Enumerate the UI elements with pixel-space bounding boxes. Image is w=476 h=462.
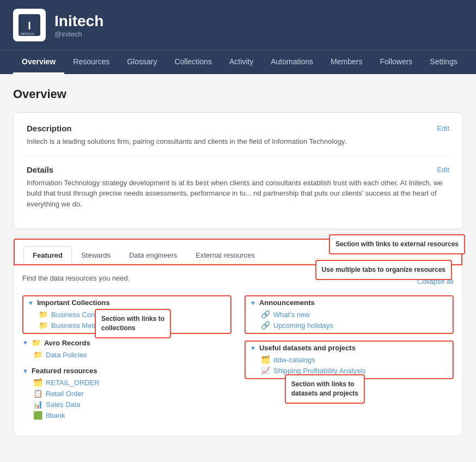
nav-collections[interactable]: Collections [166, 51, 220, 74]
description-text: Initech is a leading solutions firm, pai… [27, 136, 449, 147]
useful-datasets-header[interactable]: ▼ Useful datasets and projects [250, 344, 448, 352]
dataset-icon: 🟩 [33, 411, 42, 420]
list-item[interactable]: 🟩 8bank [33, 410, 231, 421]
callout-tabs: Use multiple tabs to organize resources [315, 260, 452, 280]
item-label: Upcoming holidays [273, 321, 333, 330]
right-column: ▼ Announcements 🔗 What's new 🔗 [245, 295, 454, 427]
item-label: Retail Order [46, 390, 84, 398]
chevron-down-icon: ▼ [250, 300, 256, 306]
announcements-items: 🔗 What's new 🔗 Upcoming holidays [250, 309, 448, 331]
item-label: ddw-catalogs [273, 356, 315, 364]
section-title-datasets: Useful datasets and projects [259, 344, 356, 352]
svg-text:INITECH: INITECH [21, 32, 34, 35]
initech-logo-svg: I INITECH [16, 12, 42, 38]
folder-icon: 📁 [39, 310, 48, 319]
details-section: Details Edit Information Technology stra… [27, 165, 449, 210]
card-divider [27, 156, 449, 156]
avro-records-header[interactable]: ▼ 📁 Avro Records [22, 338, 231, 347]
nav-automations[interactable]: Automations [262, 51, 322, 74]
featured-resource-items: 🗂️ RETAIL_ORDER 📋 Retail Order 📊 Sales [22, 377, 231, 421]
important-collections-header[interactable]: ▼ Important Collections [28, 299, 226, 307]
nav-members[interactable]: Members [322, 51, 371, 74]
chart-icon: 📊 [33, 400, 42, 409]
nav-settings[interactable]: Settings [421, 51, 466, 74]
link-icon: 🔗 [261, 321, 270, 330]
callout-collections: Section with links tocollections [95, 309, 171, 338]
section-title-important: Important Collections [37, 299, 110, 307]
avro-records-section: ▼ 📁 Avro Records 📁 Data Policies [22, 338, 231, 360]
chevron-down-icon: ▼ [250, 345, 256, 351]
details-edit[interactable]: Edit [437, 166, 449, 174]
tab-data-engineers[interactable]: Data engineers [120, 246, 186, 264]
section-title-announcements: Announcements [259, 299, 315, 307]
list-item[interactable]: 🗂️ ddw-catalogs [261, 354, 448, 365]
nav-followers[interactable]: Followers [371, 51, 421, 74]
details-text: Information Technology strategy developm… [27, 178, 449, 210]
nav-resources[interactable]: Resources [64, 51, 118, 74]
org-logo: I INITECH [13, 9, 46, 41]
table-icon: 🗂️ [33, 378, 42, 387]
list-item[interactable]: 🗂️ RETAIL_ORDER [33, 377, 231, 388]
folder-icon: 📁 [32, 338, 41, 347]
main-content: Overview Description Edit Initech is a l… [0, 74, 476, 458]
datasets-items: 🗂️ ddw-catalogs 📈 Shipping Profitability… [250, 354, 448, 376]
callout-datasets: Section with links todatasets and projec… [285, 374, 365, 404]
link-icon: 🔗 [261, 310, 270, 319]
page-title: Overview [13, 87, 463, 101]
featured-resources-header[interactable]: ▼ Featured resources [22, 367, 231, 375]
chart-icon: 📈 [261, 366, 270, 375]
nav-activity[interactable]: Activity [221, 51, 262, 74]
list-item[interactable]: 📁 Data Policies [33, 349, 231, 360]
item-label: Data Policies [46, 351, 87, 359]
table-icon: 📋 [33, 389, 42, 398]
description-title: Description [27, 124, 72, 133]
item-label: 8bank [46, 411, 65, 420]
details-title: Details [27, 165, 53, 174]
resources-columns: ▼ Important Collections 📁 Business Conce… [22, 295, 454, 427]
catalog-icon: 🗂️ [261, 355, 270, 364]
nav-overview[interactable]: Overview [13, 51, 64, 74]
callout-external-resources: Section with links to external resources [329, 234, 465, 254]
useful-datasets-section: ▼ Useful datasets and projects 🗂️ ddw-ca… [245, 341, 454, 379]
list-item[interactable]: 📊 Sales Data [33, 399, 231, 410]
details-header: Details Edit [27, 165, 449, 174]
section-title-featured: Featured resources [32, 367, 97, 375]
avro-items: 📁 Data Policies [22, 349, 231, 360]
chevron-down-icon: ▼ [22, 339, 28, 346]
folder-icon: 📁 [33, 350, 42, 359]
chevron-down-icon: ▼ [28, 300, 34, 306]
folder-icon: 📁 [39, 321, 48, 330]
tab-stewards[interactable]: Stewards [72, 246, 120, 264]
description-section: Description Edit Initech is a leading so… [27, 124, 449, 147]
section-title-avro: Avro Records [44, 339, 90, 347]
item-label: RETAIL_ORDER [46, 379, 100, 387]
overview-card: Description Edit Initech is a leading so… [13, 112, 463, 229]
list-item[interactable]: 🔗 What's new [261, 309, 448, 320]
tabs-card-wrapper: Featured Stewards Data engineers Externa… [13, 238, 463, 436]
org-handle: @initech [54, 30, 103, 38]
description-edit[interactable]: Edit [437, 124, 449, 132]
item-label: Sales Data [46, 400, 81, 409]
list-item[interactable]: 📋 Retail Order [33, 388, 231, 399]
nav-glossary[interactable]: Glossary [118, 51, 166, 74]
nav-bar: Overview Resources Glossary Collections … [0, 50, 476, 74]
item-label: Shipping Profitability Analysis [273, 367, 365, 375]
announcements-section: ▼ Announcements 🔗 What's new 🔗 [245, 295, 454, 334]
item-label: What's new [273, 311, 310, 319]
featured-resources-section: ▼ Featured resources 🗂️ RETAIL_ORDER 📋 [22, 367, 231, 421]
list-item[interactable]: 🔗 Upcoming holidays [261, 320, 448, 331]
announcements-header[interactable]: ▼ Announcements [250, 299, 448, 307]
tabs-content: Find the data resources you need. Collap… [14, 265, 462, 436]
header-text: Initech @initech [54, 13, 103, 38]
org-name: Initech [54, 13, 103, 30]
find-resources-text: Find the data resources you need. [22, 274, 130, 282]
header: I INITECH Initech @initech [0, 0, 476, 50]
tab-external-resources[interactable]: External resources [186, 246, 264, 264]
description-header: Description Edit [27, 124, 449, 133]
tab-featured[interactable]: Featured [23, 246, 72, 264]
chevron-down-icon: ▼ [22, 368, 28, 374]
svg-text:I: I [28, 20, 31, 32]
